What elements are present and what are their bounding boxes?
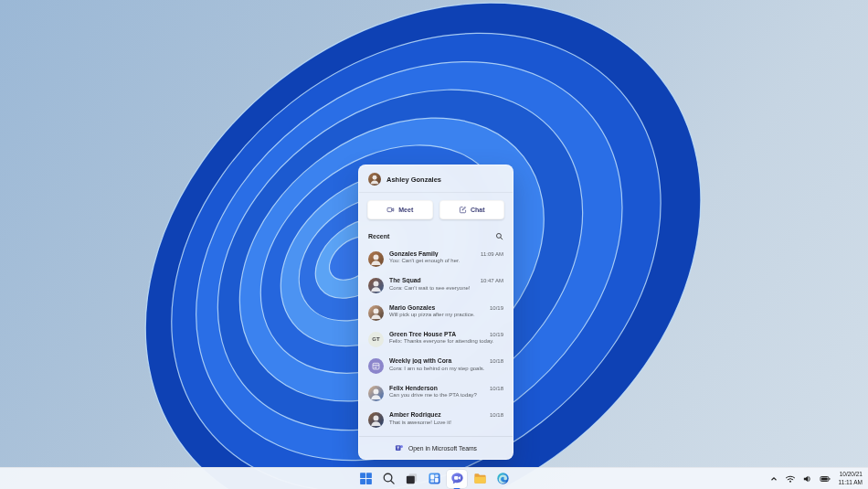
teams-icon bbox=[395, 443, 404, 452]
volume-icon bbox=[802, 474, 813, 484]
conversation-timestamp: 10/19 bbox=[490, 305, 503, 311]
chevron-up-icon bbox=[769, 474, 778, 484]
chat-button[interactable]: Chat bbox=[439, 200, 505, 219]
meet-button[interactable]: Meet bbox=[367, 200, 433, 219]
battery-button[interactable] bbox=[819, 473, 831, 485]
clock[interactable]: 10/20/21 11:11 AM bbox=[836, 471, 863, 486]
search-icon bbox=[382, 472, 396, 485]
video-camera-icon bbox=[386, 206, 395, 214]
conversation-text: Weekly jog with Cora 10/18 Cora: I am so… bbox=[389, 357, 503, 371]
conversation-text: Amber Rodriguez 10/18 That is awesome! L… bbox=[389, 411, 503, 425]
conversation-row[interactable]: Felix Henderson 10/18 Can you drive me t… bbox=[359, 385, 513, 401]
compose-icon bbox=[459, 206, 467, 214]
conversation-avatar bbox=[368, 305, 384, 321]
conversation-list: Gonzales Family 11:09 AM You: Can't get … bbox=[359, 243, 513, 436]
wifi-icon bbox=[785, 474, 796, 484]
edge-browser-icon bbox=[496, 472, 510, 485]
conversation-text: Gonzales Family 11:09 AM You: Can't get … bbox=[389, 250, 503, 264]
network-button[interactable] bbox=[784, 473, 797, 485]
conversation-row[interactable]: The Squad 10:47 AM Cora: Can't wait to s… bbox=[359, 277, 513, 293]
user-avatar[interactable] bbox=[368, 173, 381, 186]
taskbar-widgets-button[interactable] bbox=[424, 470, 444, 488]
conversation-row[interactable]: Gonzales Family 11:09 AM You: Can't get … bbox=[359, 250, 513, 267]
person-icon bbox=[368, 173, 381, 186]
battery-icon bbox=[820, 474, 831, 484]
conversation-timestamp: 10/18 bbox=[490, 358, 503, 364]
conversation-timestamp: 10/18 bbox=[490, 386, 503, 391]
conversation-title: Amber Rodriguez bbox=[389, 411, 486, 418]
conversation-timestamp: 10/18 bbox=[490, 412, 503, 418]
taskbar: 10/20/21 11:11 AM bbox=[0, 467, 868, 489]
taskbar-task-view-button[interactable] bbox=[401, 470, 421, 488]
windows-logo-icon bbox=[359, 472, 373, 485]
conversation-avatar bbox=[368, 251, 384, 267]
conversation-title: The Squad bbox=[389, 277, 477, 283]
taskbar-center-icons bbox=[355, 468, 513, 489]
chat-flyout-panel: Ashley Gonzales Meet Chat Recent bbox=[358, 165, 513, 460]
conversation-preview: Cora: I am so behind on my step goals. bbox=[389, 366, 503, 371]
person-icon bbox=[368, 278, 384, 293]
conversation-row[interactable]: Amber Rodriguez 10/18 That is awesome! L… bbox=[359, 411, 513, 428]
user-name: Ashley Gonzales bbox=[386, 175, 441, 184]
open-in-teams-button[interactable]: Open in Microsoft Teams bbox=[359, 436, 513, 459]
volume-button[interactable] bbox=[801, 473, 814, 485]
conversation-timestamp: 10:47 AM bbox=[481, 278, 503, 283]
tray-date: 10/20/21 bbox=[839, 471, 863, 479]
person-icon bbox=[368, 305, 384, 321]
conversation-row[interactable]: GT Green Tree House PTA 10/19 Felix: Tha… bbox=[359, 331, 513, 347]
person-icon bbox=[368, 386, 384, 401]
hidden-icons-button[interactable] bbox=[768, 473, 779, 485]
conversation-text: Mario Gonzales 10/19 Will pick up pizza … bbox=[389, 304, 503, 318]
calendar-icon bbox=[371, 361, 381, 371]
conversation-text: Green Tree House PTA 10/19 Felix: Thanks… bbox=[389, 331, 503, 345]
conversation-avatar bbox=[368, 278, 384, 293]
taskbar-chat-button[interactable] bbox=[447, 470, 467, 488]
widgets-icon bbox=[428, 472, 441, 485]
meet-button-label: Meet bbox=[398, 207, 413, 213]
task-view-icon bbox=[405, 472, 418, 485]
conversation-title: Green Tree House PTA bbox=[389, 331, 486, 337]
conversation-title: Weekly jog with Cora bbox=[389, 357, 486, 364]
folder-icon bbox=[473, 472, 487, 485]
action-buttons: Meet Chat bbox=[359, 193, 513, 228]
conversation-timestamp: 10/19 bbox=[490, 332, 503, 337]
panel-header: Ashley Gonzales bbox=[359, 165, 513, 193]
conversation-preview: Can you drive me to the PTA today? bbox=[389, 392, 503, 398]
conversation-avatar bbox=[368, 386, 384, 401]
search-icon bbox=[495, 232, 503, 240]
chat-button-label: Chat bbox=[471, 207, 485, 213]
conversation-title: Mario Gonzales bbox=[389, 304, 486, 311]
taskbar-start-button[interactable] bbox=[355, 470, 376, 488]
conversation-row[interactable]: Weekly jog with Cora 10/18 Cora: I am so… bbox=[359, 357, 513, 374]
person-icon bbox=[368, 251, 384, 267]
conversation-row[interactable]: Mario Gonzales 10/19 Will pick up pizza … bbox=[359, 304, 513, 321]
teams-chat-icon bbox=[450, 472, 464, 485]
taskbar-file-explorer-button[interactable] bbox=[470, 470, 490, 488]
tray-time: 11:11 AM bbox=[839, 479, 863, 487]
system-tray: 10/20/21 11:11 AM bbox=[768, 468, 863, 489]
person-icon bbox=[368, 412, 384, 428]
taskbar-search-button[interactable] bbox=[378, 470, 398, 488]
conversation-timestamp: 11:09 AM bbox=[481, 251, 503, 257]
conversation-preview: Cora: Can't wait to see everyone! bbox=[389, 285, 503, 291]
avatar-initials: GT bbox=[368, 332, 384, 347]
conversation-preview: Felix: Thanks everyone for attending tod… bbox=[389, 338, 503, 344]
open-in-teams-label: Open in Microsoft Teams bbox=[408, 445, 477, 452]
conversation-text: Felix Henderson 10/18 Can you drive me t… bbox=[389, 385, 503, 399]
conversation-title: Gonzales Family bbox=[389, 250, 477, 257]
conversation-avatar bbox=[368, 358, 384, 374]
conversation-title: Felix Henderson bbox=[389, 385, 486, 391]
taskbar-edge-button[interactable] bbox=[492, 470, 513, 488]
recent-header: Recent bbox=[359, 228, 513, 243]
conversation-avatar: GT bbox=[368, 332, 384, 347]
conversation-preview: Will pick up pizza after my practice. bbox=[389, 312, 503, 317]
conversation-avatar bbox=[368, 412, 384, 428]
recent-label: Recent bbox=[368, 233, 389, 239]
conversation-preview: That is awesome! Love it! bbox=[389, 420, 503, 425]
conversation-text: The Squad 10:47 AM Cora: Can't wait to s… bbox=[389, 277, 503, 291]
conversation-preview: You: Can't get enough of her. bbox=[389, 258, 503, 263]
search-button[interactable] bbox=[495, 232, 503, 240]
